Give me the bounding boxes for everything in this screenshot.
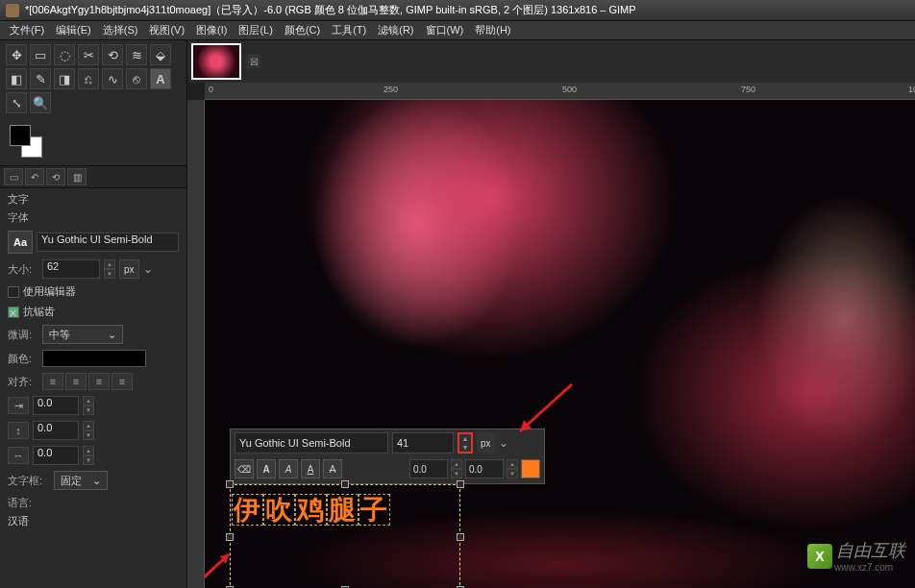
menu-file[interactable]: 文件(F) [4,23,50,37]
float-underline[interactable]: A [301,459,320,478]
letter-spacing-icon: ↔ [8,447,29,464]
align-left[interactable]: ≡ [42,373,63,390]
menu-edit[interactable]: 编辑(E) [50,23,97,37]
tab-image[interactable]: ▥ [67,168,87,185]
indent-spin-1[interactable]: ▲▼ [83,396,94,415]
font-name-input[interactable]: Yu Gothic UI Semi-Bold [37,233,179,252]
line-spacing-icon: ↕ [8,422,29,439]
align-center[interactable]: ≡ [65,373,87,390]
rect-select-tool[interactable]: ▭ [30,44,51,65]
float-size-input[interactable]: 41 [392,432,454,453]
indent-input-1[interactable]: 0.0 [33,396,79,415]
float-chevron-icon[interactable]: ⌄ [499,436,508,450]
tab-undo[interactable]: ⟲ [46,168,65,185]
float-clear[interactable]: ⌫ [235,459,254,478]
gimp-icon [6,4,19,17]
handle-lm[interactable] [226,533,234,541]
float-bold[interactable]: A [257,459,276,478]
dock-tabs: ▭ ↶ ⟲ ▥ [0,165,186,188]
handle-tr[interactable] [457,480,464,488]
menu-tools[interactable]: 工具(T) [326,23,372,37]
tab-device[interactable]: ↶ [25,168,44,185]
indent-input-2[interactable]: 0.0 [33,421,79,440]
handle-tl[interactable] [226,480,234,488]
warp-tool[interactable]: ≋ [126,44,147,65]
align-justify[interactable]: ≡ [111,373,133,390]
crop-tool[interactable]: ✂ [78,44,99,65]
float-baseline-spin[interactable]: ▲▼ [451,459,462,478]
watermark-logo: X [807,544,832,569]
eraser-tool[interactable]: ◨ [54,68,75,89]
image-tabs: ☒ [187,40,915,83]
clone-tool[interactable]: ⎌ [78,68,99,89]
pencil-tool[interactable]: ✎ [30,68,51,89]
ruler-horizontal: 0 250 500 750 1000 [205,83,915,100]
chevron-down-icon[interactable]: ⌄ [143,262,153,276]
indent-input-3[interactable]: 0.0 [33,446,79,465]
sample-text[interactable]: 伊吹鸡腿子 [232,492,390,528]
lang-label: 语言: [8,496,38,510]
canvas[interactable]: Yu Gothic UI Semi-Bold 41 ▲▼ px ⌄ ⌫ A A … [205,100,915,588]
indent-spin-2[interactable]: ▲▼ [83,421,94,440]
bucket-tool[interactable]: ⬙ [150,44,171,65]
size-input[interactable]: 62 [42,259,100,279]
menu-help[interactable]: 帮助(H) [469,23,516,37]
menu-select[interactable]: 选择(S) [97,23,144,37]
float-baseline[interactable]: 0.0 [409,459,448,478]
ruler-vertical [187,100,205,588]
zoom-tool[interactable]: 🔍 [30,92,51,113]
antialias-check[interactable]: ✕抗锯齿 [8,305,179,319]
watermark-brand: 自由互联 [836,539,905,562]
smudge-tool[interactable]: ∿ [102,68,123,89]
tool-options: 文字 字体 Aa Yu Gothic UI Semi-Bold 大小: 62 ▲… [0,188,186,588]
menu-image[interactable]: 图像(I) [190,23,233,37]
text-color[interactable] [42,350,146,367]
font-label: 字体 [8,210,37,225]
float-strike[interactable]: A [323,459,342,478]
tab-tool-options[interactable]: ▭ [4,168,23,185]
float-font-input[interactable]: Yu Gothic UI Semi-Bold [235,432,388,453]
size-spinner[interactable]: ▲▼ [104,259,115,279]
fg-color[interactable] [10,125,31,146]
size-label: 大小: [8,262,38,277]
menu-layer[interactable]: 图层(L) [233,23,278,37]
color-label: 颜色: [8,352,38,366]
gradient-tool[interactable]: ◧ [6,68,27,89]
box-label: 文字框: [8,474,50,488]
box-dropdown[interactable]: 固定⌄ [54,471,108,490]
align-right[interactable]: ≡ [88,373,110,390]
menu-filters[interactable]: 滤镜(R) [372,23,419,37]
float-kerning[interactable]: 0.0 [465,459,504,478]
float-kerning-spin[interactable]: ▲▼ [507,459,518,478]
size-unit[interactable]: px [119,259,139,279]
menu-color[interactable]: 颜色(C) [279,23,326,37]
close-tab-icon[interactable]: ☒ [247,55,260,68]
color-picker-tool[interactable]: ⤡ [6,92,27,113]
image-tab-thumb[interactable] [191,43,241,80]
text-floating-toolbar: Yu Gothic UI Semi-Bold 41 ▲▼ px ⌄ ⌫ A A … [230,429,545,484]
handle-tm[interactable] [341,480,349,488]
float-unit[interactable]: px [477,432,495,453]
float-size-spinner[interactable]: ▲▼ [458,432,473,453]
canvas-area: ☒ 0 250 500 750 1000 Yu Gothic UI Semi-B… [187,40,915,588]
float-italic[interactable]: A [279,459,298,478]
use-editor-check[interactable]: 使用编辑器 [8,284,179,299]
toolbox: ✥ ▭ ◌ ✂ ⟲ ≋ ⬙ ◧ ✎ ◨ ⎌ ∿ ⎋ A ⤡ 🔍 [0,40,186,117]
path-tool[interactable]: ⎋ [126,68,147,89]
titlebar: *[006AkgtYgy1h8bjtbjmo4j311t0moaeg]（已导入）… [0,0,915,21]
handle-rm[interactable] [457,533,464,541]
menubar: 文件(F) 编辑(E) 选择(S) 视图(V) 图像(I) 图层(L) 颜色(C… [0,21,915,40]
indent-icon: ⇥ [8,397,29,414]
left-panel: ✥ ▭ ◌ ✂ ⟲ ≋ ⬙ ◧ ✎ ◨ ⎌ ∿ ⎋ A ⤡ 🔍 ▭ ↶ ⟲ [0,40,187,588]
free-select-tool[interactable]: ◌ [54,44,75,65]
menu-view[interactable]: 视图(V) [143,23,190,37]
move-tool[interactable]: ✥ [6,44,27,65]
float-text-color[interactable] [521,459,540,478]
indent-spin-3[interactable]: ▲▼ [83,446,94,465]
menu-window[interactable]: 窗口(W) [420,23,470,37]
color-swatch [0,117,186,165]
transform-tool[interactable]: ⟲ [102,44,123,65]
font-picker-button[interactable]: Aa [8,231,33,254]
text-tool[interactable]: A [150,68,171,89]
hinting-dropdown[interactable]: 中等⌄ [42,325,123,344]
